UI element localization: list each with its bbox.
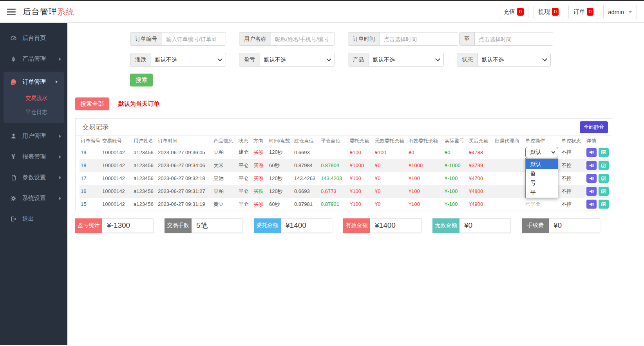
cell-after-balance: ¥4800 (468, 185, 494, 198)
main-content: 订单编号 用户名称 订单时间 至 (67, 23, 644, 345)
status-select[interactable]: 默认不选 (478, 53, 550, 66)
dropdown-option-default[interactable]: 默认 (526, 159, 558, 169)
dropdown-option-loss[interactable]: 亏 (526, 178, 558, 187)
detail-button[interactable] (599, 161, 609, 170)
hamburger-menu-icon[interactable] (7, 9, 16, 15)
control-op-select[interactable]: 默认 (525, 147, 558, 158)
table-row: 15 10000142 a123456 2023-06-27 09:31:19 … (80, 198, 610, 211)
dropdown-option-profit[interactable]: 盈 (526, 169, 558, 178)
cell-valid: ¥1000 (407, 159, 443, 172)
time-range-filter: 订单时间 至 (348, 32, 553, 46)
sidebar-item-logout[interactable]: 退出 (0, 209, 67, 229)
sidebar-subitem-close-log[interactable]: 平仓日志 (4, 105, 64, 119)
order-time-filter: 订单时间 (348, 32, 458, 46)
cell-valid: ¥0 (407, 146, 443, 159)
sidebar-item-system[interactable]: 系统设置 (0, 188, 67, 209)
cell-entrust: ¥100 (349, 198, 374, 211)
speaker-button[interactable] (586, 161, 597, 170)
file-icon (9, 175, 17, 181)
sidebar-subitem-trade-flow[interactable]: 交易流水 (4, 91, 64, 105)
stat-label: 无效金额 (432, 218, 459, 233)
filter-area: 订单编号 用户名称 订单时间 至 (130, 32, 612, 86)
username: admin (608, 9, 624, 15)
stat-profit-loss: 盈亏统计 ¥-1300 (75, 218, 154, 233)
cell-after-balance: ¥3799 (468, 159, 494, 172)
sidebar-item-label: 用户管理 (22, 132, 46, 140)
cell-account: 10000142 (101, 172, 132, 185)
profit-loss-select[interactable]: 默认不选 (260, 53, 335, 66)
cell-profit: ¥-100 (443, 198, 468, 211)
speaker-button[interactable] (586, 200, 597, 209)
cell-control-status: 不控 (560, 159, 585, 172)
cell-account: 10000142 (101, 159, 132, 172)
col-user-name: 用户姓名 (132, 136, 157, 146)
withdraw-label: 提现 (538, 8, 550, 16)
direction-value: 买涨 (253, 162, 264, 168)
detail-button[interactable] (599, 174, 609, 183)
cell-order-id: 19 (80, 146, 101, 159)
cell-close-point: 0.87921 (320, 198, 349, 211)
status-filter: 状态 默认不选 (457, 53, 551, 67)
search-all-row: 搜索全部 默认为当天订单 (75, 97, 612, 110)
order-no-input[interactable] (162, 32, 226, 45)
sidebar-item-parameters[interactable]: 参数设置 (0, 167, 67, 188)
sidebar-item-label: 订单管理 (22, 78, 46, 86)
cell-user-name: a123456 (132, 172, 157, 185)
col-invalid-entrust: 无效委托余额 (374, 136, 407, 146)
profit-loss-label: 盈亏 (239, 53, 260, 66)
sidebar-item-products[interactable]: B 产品管理 (0, 49, 67, 69)
speaker-button[interactable] (586, 148, 597, 157)
cell-control-status: 不控 (560, 185, 585, 198)
profit-loss-filter: 盈亏 默认不选 (239, 53, 335, 67)
stat-value: ¥1400 (281, 218, 332, 233)
order-time-end-input[interactable] (475, 32, 553, 45)
sidebar-item-label: 退出 (22, 215, 34, 223)
cell-product: 豆粕 (212, 146, 237, 159)
speaker-button[interactable] (586, 187, 597, 196)
search-all-button[interactable]: 搜索全部 (75, 97, 109, 110)
cell-order-time: 2023-06-27 09:34:06 (157, 159, 212, 172)
rise-fall-select[interactable]: 默认不选 (151, 53, 226, 66)
chevron-right-icon (59, 58, 61, 61)
sidebar-item-users[interactable]: 用户管理 (0, 126, 67, 146)
cell-user-name: a123456 (132, 146, 157, 159)
dropdown-option-even[interactable]: 平 (526, 187, 558, 197)
product-value: 默认不选 (373, 56, 395, 63)
cell-after-balance: ¥4788 (468, 146, 494, 159)
sidebar-item-order-management[interactable]: 订单管理 (4, 72, 64, 91)
cell-duration: 60秒 (268, 198, 293, 211)
sidebar-item-label: 参数设置 (22, 174, 46, 181)
withdraw-badge: 0 (552, 8, 559, 16)
direction-value: 买涨 (253, 175, 264, 181)
order-no-label: 订单编号 (130, 32, 162, 45)
withdraw-button[interactable]: 提现 0 (534, 5, 563, 19)
trade-records-panel: 交易记录 全部静音 订单编号 交易账号 用户姓名 订单时间 (75, 118, 612, 211)
status-label: 状态 (457, 53, 478, 66)
order-no-filter: 订单编号 (130, 32, 226, 46)
cell-order-id: 17 (80, 172, 101, 185)
user-menu[interactable]: admin (603, 5, 637, 19)
cell-direction: 买跌 (252, 185, 268, 198)
order-time-start-input[interactable] (380, 32, 458, 45)
chevron-down-icon (435, 56, 440, 61)
detail-button[interactable] (599, 187, 609, 196)
stat-label: 有效金额 (343, 218, 370, 233)
detail-button[interactable] (599, 200, 609, 209)
summary-bar: 盈亏统计 ¥-1300 交易手数 5笔 委托金额 ¥1400 有效金额 ¥140… (75, 218, 612, 233)
yen-icon: ¥ (9, 153, 17, 160)
detail-button[interactable] (599, 148, 609, 157)
search-button[interactable]: 搜索 (130, 74, 153, 86)
speaker-button[interactable] (586, 174, 597, 183)
logout-icon (9, 216, 17, 222)
product-select[interactable]: 默认不选 (369, 53, 443, 66)
sidebar-item-dashboard[interactable]: 后台首页 (0, 28, 67, 49)
user-name-input[interactable] (271, 32, 335, 45)
cell-detail (585, 185, 610, 198)
orders-button[interactable]: 订单 0 (568, 5, 598, 19)
mute-all-button[interactable]: 全部静音 (580, 121, 608, 133)
cell-entrust: ¥100 (349, 185, 374, 198)
recharge-button[interactable]: 充值 0 (499, 5, 528, 19)
col-close-point: 平仓点位 (320, 136, 349, 146)
stat-label: 盈亏统计 (75, 218, 102, 233)
sidebar-item-reports[interactable]: ¥ 报表管理 (0, 146, 67, 167)
